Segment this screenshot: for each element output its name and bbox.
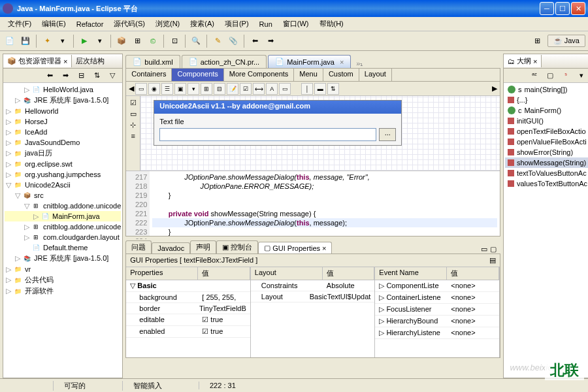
new-package-button[interactable]: ⊞ (130, 34, 144, 48)
more-tabs-icon[interactable]: »₁ (352, 59, 367, 68)
tab-action-properties[interactable]: 📄action_zh_CN.pr... (182, 55, 267, 68)
menu-file[interactable]: 文件(F) (3, 18, 37, 30)
marquee-tool-icon[interactable]: ▭ (130, 110, 137, 118)
dtab-layout[interactable]: Layout (359, 69, 392, 81)
progress-tool[interactable]: ▬ (314, 83, 326, 95)
tree-item[interactable]: org.yushang.jumpchess (25, 171, 101, 178)
back-nav-icon[interactable]: ⬅ (42, 69, 57, 83)
tree-item[interactable]: com.cloudgarden.layout (43, 233, 120, 241)
maximize-view-icon[interactable]: ▢ (490, 245, 497, 253)
tree-item-selected[interactable]: MainForm.java (52, 212, 100, 220)
close-button[interactable]: ✕ (571, 2, 585, 15)
tree-item[interactable]: Default.theme (43, 244, 88, 252)
open-type-button[interactable]: ⊡ (167, 34, 182, 48)
sort-icon[interactable]: ᵃᶻ (527, 69, 542, 83)
tree-item[interactable]: IceAdd (25, 128, 47, 136)
close-icon[interactable]: × (533, 57, 537, 65)
link-editor-icon[interactable]: ⇅ (90, 69, 104, 83)
tab-outline[interactable]: 🗂 大纲 × (504, 55, 542, 67)
hide-nonpublic-icon[interactable]: ▾ (574, 69, 588, 83)
debug-button[interactable]: ✦ (40, 34, 54, 48)
tab-declaration[interactable]: 声明 (190, 240, 216, 253)
tab-gui-properties[interactable]: ▢GUI Properties× (258, 242, 332, 253)
text-tool[interactable]: 📝 (227, 83, 238, 95)
tree-item[interactable]: JRE 系统库 [java-1.5.0] (34, 95, 108, 105)
tree-item[interactable]: Unicode2Ascii (25, 181, 71, 189)
tree-item[interactable]: HelloWorld.java (43, 86, 93, 93)
separator-tool[interactable]: │ (301, 83, 313, 95)
list-tool[interactable]: ☰ (161, 83, 173, 95)
tree-item[interactable]: cnitblog.addone.unicode (43, 223, 121, 231)
menu-source[interactable]: 源代码(S) (108, 18, 150, 30)
tab-mainform-java[interactable]: 📄MainForm.java× (268, 55, 351, 68)
java-perspective-button[interactable]: ☕ Java (547, 35, 585, 47)
select-tool-icon[interactable]: ☑ (130, 99, 137, 107)
code-content[interactable]: JOptionPane.showMessageDialog(this, mess… (150, 171, 500, 236)
hide-fields-icon[interactable]: ▢ (543, 69, 557, 83)
toggle-tool[interactable]: ▣ (174, 83, 186, 95)
view-menu-icon[interactable]: ▤ (489, 256, 496, 265)
menu-edit[interactable]: 编辑(E) (37, 18, 71, 30)
new-project-button[interactable]: 📦 (114, 34, 129, 48)
checkbox-tool[interactable]: ☑ (240, 83, 252, 95)
pin-button[interactable]: 📎 (226, 34, 240, 48)
textfield-tool[interactable]: ▭ (279, 83, 291, 95)
tree-item[interactable]: JRE 系统库 [java-1.5.0] (34, 253, 108, 263)
dtab-components[interactable]: Components (172, 69, 223, 81)
dtab-custom[interactable]: Custom (323, 69, 359, 81)
tab-problems[interactable]: 问题 (125, 240, 152, 253)
dtab-menu[interactable]: Menu (294, 69, 323, 81)
align-tool-icon[interactable]: ≡ (131, 132, 135, 140)
tree-tool[interactable]: ⊟ (214, 83, 225, 95)
dtab-more[interactable]: More Components (224, 69, 295, 81)
save-button[interactable]: 💾 (18, 34, 33, 48)
run-button[interactable]: ▶ (77, 34, 91, 48)
close-icon[interactable]: × (322, 244, 326, 252)
tree-item[interactable]: Helloworld (25, 107, 58, 115)
menu-run[interactable]: Run (254, 19, 278, 29)
slider-tool[interactable]: ⟷ (253, 83, 265, 95)
collapse-all-icon[interactable]: ⊟ (74, 69, 88, 83)
combo-tool[interactable]: ▾ (188, 83, 199, 95)
spinner-tool[interactable]: ⇅ (327, 83, 339, 95)
design-canvas[interactable]: Unicode2Ascii v1.1 --by addone@gmail.com… (140, 96, 500, 171)
tab-javadoc[interactable]: Javadoc (152, 242, 190, 253)
tree-item[interactable]: 开源软件 (25, 286, 54, 296)
code-editor[interactable]: 217 218 219 220 221 222 223 224 JOptionP… (126, 171, 500, 236)
properties-table[interactable]: Properties值 ▽ Basic background[ 255, 255… (126, 267, 251, 357)
hide-static-icon[interactable]: ˢ (559, 69, 573, 83)
back-button[interactable]: ⬅ (248, 34, 262, 48)
maximize-button[interactable]: ☐ (555, 2, 570, 15)
minimize-view-icon[interactable]: ▭ (481, 245, 487, 253)
menu-help[interactable]: 帮助(H) (314, 18, 349, 30)
browse-button[interactable]: ... (379, 128, 396, 141)
external-button[interactable]: ▾ (56, 34, 70, 48)
tree-item[interactable]: org.eclipse.swt (25, 160, 73, 168)
open-perspective-button[interactable]: ⊞ (531, 34, 545, 48)
scroll-left-icon[interactable]: ◀ (129, 84, 134, 93)
annotation-button[interactable]: ✎ (210, 34, 225, 48)
tree-item[interactable]: java日历 (25, 148, 52, 158)
tree-item[interactable]: HorseJ (25, 118, 48, 125)
tab-build-xml[interactable]: 📄build.xml (125, 55, 180, 68)
close-tab-icon[interactable]: × (340, 58, 344, 66)
tree-item[interactable]: cnitblog.addone.unicode (43, 202, 121, 210)
new-wizard-button[interactable]: 📄 (3, 34, 17, 48)
package-tree[interactable]: ▷📄HelloWorld.java ▷📚JRE 系统库 [java-1.5.0]… (3, 83, 122, 378)
layout-table[interactable]: Layout值 ConstraintsAbsolute LayoutBasicT… (251, 267, 376, 357)
menu-refactor[interactable]: Refactor (71, 19, 109, 29)
events-table[interactable]: Event Name值 ▷ ComponentListe<none> ▷ Con… (375, 267, 500, 357)
dtab-containers[interactable]: Containers (126, 69, 172, 81)
menu-search[interactable]: 搜索(A) (185, 18, 220, 30)
tree-item[interactable]: vr (25, 265, 31, 273)
tab-console[interactable]: ▣控制台 (216, 240, 258, 253)
tab-hierarchy[interactable]: 层次结构 (72, 55, 108, 67)
new-class-button[interactable]: © (146, 34, 160, 48)
form-preview[interactable]: Unicode2Ascii v1.1 --by addone@gmail.com… (154, 100, 402, 146)
anchor-tool-icon[interactable]: ⊹ (130, 121, 136, 129)
scroll-right-icon[interactable]: ▶ (492, 84, 497, 93)
close-icon[interactable]: × (63, 57, 67, 65)
outline-tree[interactable]: smain(String[]) {...} cMainForm() initGU… (504, 83, 588, 378)
menu-window[interactable]: 窗口(W) (278, 18, 314, 30)
button-tool[interactable]: ▭ (135, 83, 147, 95)
